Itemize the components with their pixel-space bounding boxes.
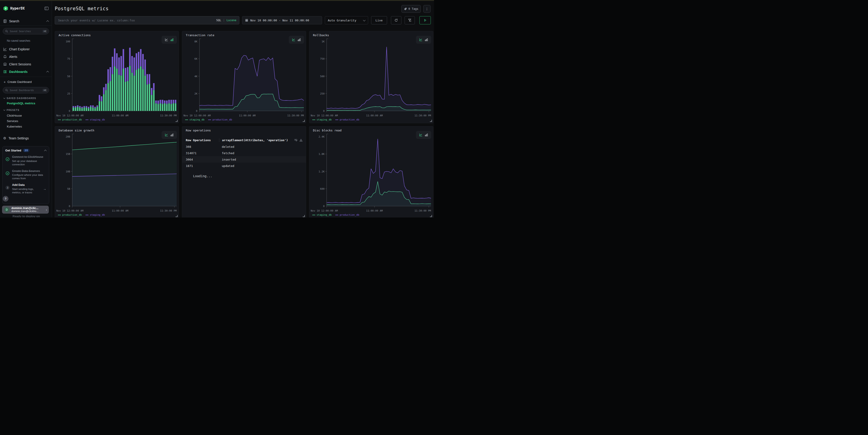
saved-dashboards-input[interactable]: Saved Dashboards ⌘K xyxy=(3,87,49,93)
sidebar-item-dashboards[interactable]: Dashboards xyxy=(3,69,49,74)
bar-chart-icon[interactable] xyxy=(425,38,428,41)
sidebar-item-services[interactable]: Services xyxy=(7,119,49,123)
saved-searches-input[interactable]: Saved Searches ⌘K xyxy=(3,28,49,34)
chevron-up-icon[interactable] xyxy=(46,71,49,73)
resize-handle[interactable] xyxy=(176,215,178,217)
svg-text:11:30:00 PM: 11:30:00 PM xyxy=(414,209,431,212)
bar-chart-icon[interactable] xyxy=(425,133,428,137)
svg-text:4K: 4K xyxy=(194,75,197,78)
filter-edit-icon xyxy=(408,19,412,22)
search-section-icon xyxy=(3,19,7,23)
sql-mode-button[interactable]: SQL xyxy=(216,19,221,22)
get-started-header[interactable]: Get Started 2/3 xyxy=(5,149,46,152)
step-number-badge: 3 xyxy=(5,186,9,190)
sidebar-item-search[interactable]: Search xyxy=(3,19,49,24)
run-query-button[interactable] xyxy=(420,16,431,24)
tags-button[interactable]: 0 Tags xyxy=(401,5,421,13)
step-title: Add Data xyxy=(12,183,41,187)
legend-item[interactable]: production_db xyxy=(335,118,359,121)
check-circle-icon xyxy=(5,169,10,180)
chevron-up-icon[interactable] xyxy=(46,20,49,23)
group-label: SAVED DASHBOARDS xyxy=(7,97,36,100)
saved-dashboards-header[interactable]: SAVED DASHBOARDS xyxy=(4,97,49,100)
saved-searches-placeholder: Saved Searches xyxy=(10,30,40,33)
table-col-header[interactable]: Row Operations xyxy=(186,138,222,142)
chart-type-toggle[interactable] xyxy=(162,36,177,44)
resize-handle[interactable] xyxy=(430,215,432,217)
resize-handle[interactable] xyxy=(303,215,305,217)
line-chart-icon[interactable] xyxy=(292,38,296,41)
create-dashboard-button[interactable]: + Create Dashboard xyxy=(4,80,49,84)
sidebar-item-clickhouse[interactable]: ClickHouse xyxy=(7,114,49,118)
presets-header[interactable]: PRESETS xyxy=(4,108,49,111)
hyperdx-logo-icon xyxy=(3,6,8,11)
legend-item[interactable]: staging_db xyxy=(86,118,105,121)
sidebar-item-alerts[interactable]: Alerts xyxy=(3,54,49,59)
svg-text:11:00:00 AM: 11:00:00 AM xyxy=(239,114,255,117)
filter-button[interactable] xyxy=(405,16,415,24)
sidebar-item-chart-explorer[interactable]: Chart Explorer xyxy=(3,47,49,52)
chart-plot: 02K4K6K8KNov 10 12:00:00 AM11:00:00 AM11… xyxy=(182,31,306,123)
table-row[interactable]: 308deleted xyxy=(182,143,306,150)
table-row[interactable]: 3064inserted xyxy=(182,156,306,163)
legend-item[interactable]: staging_db xyxy=(312,118,332,121)
table-row[interactable]: 1871updated xyxy=(182,163,306,169)
chevron-up-icon[interactable] xyxy=(44,149,46,152)
legend-swatch xyxy=(208,120,211,120)
chart-type-toggle[interactable] xyxy=(289,36,304,44)
live-button[interactable]: Live xyxy=(371,16,387,24)
sidebar-item-postgresql-metrics[interactable]: PostgreSQL metrics xyxy=(7,102,49,105)
granularity-select[interactable]: Auto Granularity xyxy=(325,16,368,24)
resize-handle[interactable] xyxy=(176,120,178,122)
legend-item[interactable]: production_db xyxy=(335,213,359,216)
legend-item[interactable]: staging_db xyxy=(86,213,105,216)
collapse-sidebar-icon[interactable] xyxy=(44,7,49,10)
chart-type-toggle[interactable] xyxy=(416,131,431,139)
svg-text:1.2K: 1.2K xyxy=(319,170,325,173)
tags-label: 0 Tags xyxy=(408,7,418,10)
chart-type-toggle[interactable] xyxy=(416,36,431,44)
card-title: Row operations xyxy=(186,129,211,132)
table-row[interactable]: 314071fetched xyxy=(182,150,306,156)
legend-item[interactable]: staging_db xyxy=(185,118,205,121)
sidebar-item-team-settings[interactable]: ⚙ Team Settings xyxy=(3,136,49,141)
bar-chart-icon[interactable] xyxy=(170,133,174,137)
profile-email: dominic.tran@clickho... xyxy=(11,210,44,213)
sidebar-item-client-sessions[interactable]: Client Sessions xyxy=(3,62,49,67)
download-icon[interactable] xyxy=(299,138,303,142)
no-saved-searches-note: No saved searches xyxy=(7,39,49,42)
refresh-button[interactable] xyxy=(391,16,401,24)
resize-handle[interactable] xyxy=(430,120,432,122)
bar-chart-icon[interactable] xyxy=(170,38,174,41)
chart-type-toggle[interactable] xyxy=(162,131,177,139)
more-menu-button[interactable]: ⋮ xyxy=(423,5,431,13)
user-profile-button[interactable]: D dominic.tran@clic... dominic.tran@clic… xyxy=(2,206,49,214)
help-button[interactable]: ? xyxy=(3,196,8,202)
get-started-step-sources[interactable]: Create Data Sources Configure where your… xyxy=(5,169,46,180)
get-started-step-connect[interactable]: Connect to ClickHouse Set up your databa… xyxy=(5,155,46,166)
search-input[interactable] xyxy=(58,19,214,22)
line-chart-icon[interactable] xyxy=(419,133,423,137)
line-chart-icon[interactable] xyxy=(419,38,423,41)
svg-text:2K: 2K xyxy=(194,92,197,95)
separator: | xyxy=(223,19,224,22)
sidebar-item-kubernetes[interactable]: Kubernetes xyxy=(7,125,49,129)
date-range-picker[interactable]: Nov 10 00:00:00 - Nov 11 00:00:00 xyxy=(242,16,322,24)
legend-item[interactable]: production_db xyxy=(208,118,232,121)
get-started-step-add-data[interactable]: 3 Add Data Start sending logs, metrics, … xyxy=(5,183,46,194)
card-row-operations: Row operations Row OperationsarrayElemen… xyxy=(182,126,306,218)
create-dashboard-label: Create Dashboard xyxy=(7,80,32,83)
legend-item[interactable]: production_db xyxy=(58,118,82,121)
legend-label: production_db xyxy=(62,213,82,216)
table-col-header[interactable]: arrayElement(Attributes, 'operation') xyxy=(219,138,294,142)
line-chart-icon[interactable] xyxy=(165,133,168,137)
resize-handle[interactable] xyxy=(303,120,305,122)
svg-text:0: 0 xyxy=(196,109,197,112)
svg-text:11:30:00 PM: 11:30:00 PM xyxy=(287,114,304,117)
line-chart-icon[interactable] xyxy=(165,38,168,41)
bar-chart-icon[interactable] xyxy=(298,38,301,41)
legend-item[interactable]: production_db xyxy=(58,213,82,216)
wrap-text-icon[interactable] xyxy=(294,138,298,142)
lucene-mode-button[interactable]: Lucene xyxy=(226,19,237,22)
legend-item[interactable]: staging_db xyxy=(312,213,332,216)
